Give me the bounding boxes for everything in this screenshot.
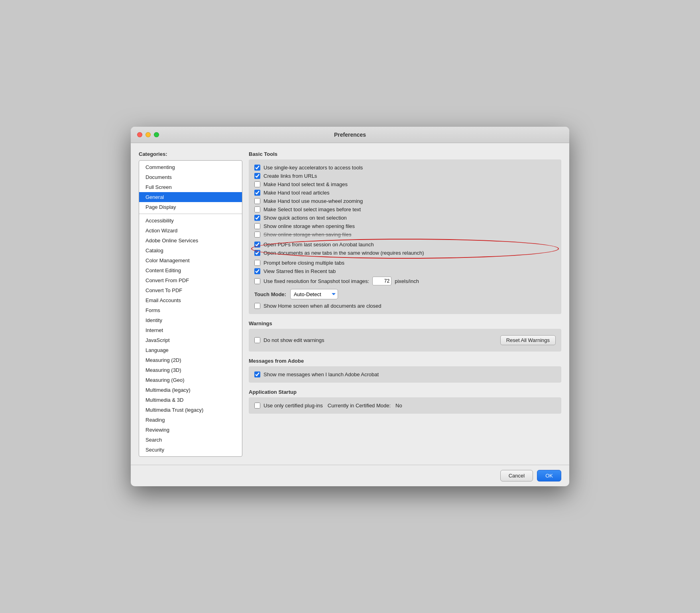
label-show-messages: Show me messages when I launch Adobe Acr… — [263, 371, 379, 377]
sidebar-item-adobe-online[interactable]: Adobe Online Services — [139, 236, 242, 246]
option-no-warnings: Do not show edit warnings — [254, 336, 324, 344]
label-single-key: Use single-key accelerators to access to… — [263, 165, 363, 171]
top-categories: CommentingDocumentsFull ScreenGeneralPag… — [139, 161, 242, 214]
sidebar-item-email-accounts[interactable]: Email Accounts — [139, 295, 242, 305]
basic-tools-header: Basic Tools — [249, 151, 561, 157]
checkbox-prompt-closing[interactable] — [254, 260, 260, 266]
sidebar-item-action-wizard[interactable]: Action Wizard — [139, 226, 242, 236]
checkbox-online-opening[interactable] — [254, 223, 260, 229]
checkbox-show-messages[interactable] — [254, 371, 260, 377]
label-open-tabs: Open documents as new tabs in the same w… — [263, 250, 424, 256]
bottom-categories: AccessibilityAction WizardAdobe Online S… — [139, 214, 242, 456]
sidebar-item-convert-from-pdf[interactable]: Convert From PDF — [139, 275, 242, 285]
sidebar-item-reviewing[interactable]: Reviewing — [139, 425, 242, 435]
sidebar-item-identity[interactable]: Identity — [139, 315, 242, 325]
checkbox-hand-text[interactable] — [254, 181, 260, 187]
preferences-window: Preferences Categories: CommentingDocume… — [131, 127, 569, 486]
sidebar-item-catalog[interactable]: Catalog — [139, 246, 242, 255]
messages-header: Messages from Adobe — [249, 358, 561, 364]
messages-options: Show me messages when I launch Adobe Acr… — [249, 366, 561, 383]
checkbox-create-links[interactable] — [254, 173, 260, 179]
sidebar-item-documents[interactable]: Documents — [139, 172, 242, 182]
cancel-button[interactable]: Cancel — [500, 470, 533, 481]
checkbox-open-last[interactable] — [254, 242, 260, 248]
label-home-screen: Show Home screen when all documents are … — [263, 303, 381, 309]
label-no-warnings: Do not show edit warnings — [263, 337, 324, 343]
sidebar-item-convert-to-pdf[interactable]: Convert To PDF — [139, 285, 242, 295]
reset-warnings-button[interactable]: Reset All Warnings — [500, 335, 556, 345]
window-controls — [137, 132, 159, 138]
sidebar-item-javascript[interactable]: JavaScript — [139, 335, 242, 345]
close-button[interactable] — [137, 132, 142, 138]
snapshot-value-input[interactable] — [372, 277, 391, 285]
option-certified: Use only certified plug-ins Currently in… — [254, 401, 556, 410]
checkbox-snapshot[interactable] — [254, 278, 260, 284]
option-hand-text: Make Hand tool select text & images — [254, 180, 556, 189]
option-home-screen: Show Home screen when all documents are … — [254, 302, 556, 310]
sidebar-item-full-screen[interactable]: Full Screen — [139, 182, 242, 192]
label-hand-wheel: Make Hand tool use mouse-wheel zooming — [263, 198, 363, 204]
titlebar: Preferences — [131, 127, 569, 143]
checkbox-no-warnings[interactable] — [254, 337, 260, 343]
basic-tools-options: Use single-key accelerators to access to… — [249, 159, 561, 314]
sidebar-item-security[interactable]: Security — [139, 445, 242, 455]
sidebar-item-multimedia-legacy[interactable]: Multimedia (legacy) — [139, 385, 242, 395]
window-title: Preferences — [334, 132, 366, 138]
sidebar-item-color-mgmt[interactable]: Color Management — [139, 255, 242, 265]
option-hand-articles: Make Hand tool read articles — [254, 189, 556, 197]
sidebar-item-measuring-3d[interactable]: Measuring (3D) — [139, 365, 242, 375]
checkbox-hand-articles[interactable] — [254, 190, 260, 196]
option-hand-wheel: Make Hand tool use mouse-wheel zooming — [254, 197, 556, 205]
sidebar-item-content-editing[interactable]: Content Editing — [139, 265, 242, 275]
label-certified: Use only certified plug-ins — [263, 403, 323, 409]
sidebar-item-forms[interactable]: Forms — [139, 305, 242, 315]
touch-mode-select-wrapper: Auto-Detect Always On Always Off — [290, 289, 338, 299]
warnings-section: Warnings Do not show edit warnings Reset… — [249, 320, 561, 352]
sidebar-item-general[interactable]: General — [139, 192, 242, 202]
sidebar-item-commenting[interactable]: Commenting — [139, 162, 242, 172]
option-quick-actions: Show quick actions on text selection — [254, 214, 556, 222]
checkbox-quick-actions[interactable] — [254, 215, 260, 221]
sidebar-item-multimedia-3d[interactable]: Multimedia & 3D — [139, 395, 242, 405]
basic-tools-section: Basic Tools Use single-key accelerators … — [249, 151, 561, 314]
checkbox-hand-wheel[interactable] — [254, 198, 260, 204]
checkbox-single-key[interactable] — [254, 165, 260, 171]
app-startup-options: Use only certified plug-ins Currently in… — [249, 397, 561, 414]
sidebar-item-page-display[interactable]: Page Display — [139, 202, 242, 212]
option-select-images: Make Select tool select images before te… — [254, 205, 556, 214]
sidebar-item-reading[interactable]: Reading — [139, 415, 242, 425]
highlighted-options-group: Open PDFs from last session on Acrobat l… — [254, 239, 556, 259]
sidebar-item-language[interactable]: Language — [139, 345, 242, 355]
checkbox-home-screen[interactable] — [254, 303, 260, 309]
ok-button[interactable]: OK — [537, 470, 561, 481]
checkbox-select-images[interactable] — [254, 206, 260, 212]
label-snapshot: Use fixed resolution for Snapshot tool i… — [263, 278, 369, 284]
label-open-last: Open PDFs from last session on Acrobat l… — [263, 242, 374, 248]
minimize-button[interactable] — [146, 132, 151, 138]
app-startup-header: Application Startup — [249, 389, 561, 395]
touch-mode-select[interactable]: Auto-Detect Always On Always Off — [290, 289, 338, 299]
sidebar-item-search[interactable]: Search — [139, 435, 242, 445]
label-quick-actions: Show quick actions on text selection — [263, 215, 347, 221]
sidebar-item-measuring-2d[interactable]: Measuring (2D) — [139, 355, 242, 365]
maximize-button[interactable] — [154, 132, 159, 138]
label-online-saving: Show online storage when saving files — [263, 232, 351, 238]
categories-label: Categories: — [139, 151, 242, 157]
checkbox-certified[interactable] — [254, 403, 260, 409]
certified-mode-value: No — [395, 403, 402, 409]
sidebar-item-accessibility[interactable]: Accessibility — [139, 216, 242, 226]
pixels-unit-label: pixels/inch — [395, 278, 419, 284]
sidebar-item-measuring-geo[interactable]: Measuring (Geo) — [139, 375, 242, 385]
label-create-links: Create links from URLs — [263, 173, 317, 179]
main-content: Categories: CommentingDocumentsFull Scre… — [131, 143, 569, 465]
checkbox-open-tabs[interactable] — [254, 250, 260, 256]
checkbox-starred-files[interactable] — [254, 268, 260, 274]
option-snapshot: Use fixed resolution for Snapshot tool i… — [254, 275, 556, 287]
touch-mode-label: Touch Mode: — [254, 291, 286, 297]
sidebar-item-multimedia-trust[interactable]: Multimedia Trust (legacy) — [139, 405, 242, 415]
sidebar: Categories: CommentingDocumentsFull Scre… — [139, 151, 242, 457]
sidebar-item-internet[interactable]: Internet — [139, 325, 242, 335]
checkbox-online-saving[interactable] — [254, 232, 260, 238]
option-prompt-closing: Prompt before closing multiple tabs — [254, 259, 556, 267]
option-starred-files: View Starred files in Recent tab — [254, 267, 556, 275]
